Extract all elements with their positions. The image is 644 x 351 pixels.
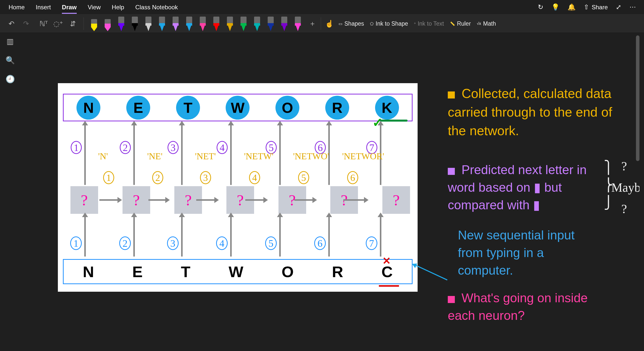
share-icon: ⇧	[584, 3, 589, 11]
output-letter: W	[226, 96, 250, 120]
search-icon[interactable]: 🔍	[6, 56, 15, 65]
scrollbar-thumb[interactable]	[636, 35, 639, 161]
output-letter: R	[325, 96, 349, 120]
pen-13[interactable]	[265, 16, 276, 31]
add-pen-button[interactable]: ＋	[306, 17, 319, 30]
note-yellow: Collected, calculated data carried throu…	[448, 84, 629, 140]
menu-home[interactable]: Home	[3, 1, 30, 13]
input-letter: E	[132, 263, 143, 281]
redo-button[interactable]: ↷	[20, 17, 32, 30]
pen-9[interactable]	[211, 16, 222, 31]
math-icon: √x	[477, 21, 481, 26]
input-letter: T	[181, 263, 190, 281]
menu-bar: Home Insert Draw View Help Class Noteboo…	[0, 0, 644, 14]
rnn-diagram: NETWORK ✓ ??????? NETWORC ✕ 1234567'N'1'…	[58, 83, 418, 292]
ink-to-text-label: Ink to Text	[418, 20, 444, 27]
notebooks-icon[interactable]: ▥	[7, 37, 14, 46]
note-pink: What's going on inside each neuron?	[448, 289, 589, 324]
math-button[interactable]: √x Math	[474, 17, 499, 30]
input-letter: R	[332, 263, 343, 281]
menu-view[interactable]: View	[82, 1, 106, 13]
pen-12[interactable]	[252, 16, 262, 31]
pen-15[interactable]	[293, 16, 303, 31]
pen-0[interactable]	[89, 16, 99, 31]
lasso-select-button[interactable]: ◌⁺	[52, 17, 64, 30]
text-mode-button[interactable]: ℕᵀ	[37, 17, 50, 30]
pen-7[interactable]	[184, 16, 194, 31]
shapes-icon: ▭	[339, 21, 342, 26]
note-purple: Predicted next letter in word based on ▮…	[448, 161, 596, 214]
note-maybe: Maybe?	[611, 179, 639, 196]
fullscreen-icon[interactable]: ⤢	[616, 3, 621, 11]
vertical-scrollbar[interactable]	[636, 35, 639, 287]
menu-draw[interactable]: Draw	[56, 1, 82, 13]
pen-6[interactable]	[170, 16, 181, 31]
output-letter: N	[76, 96, 100, 120]
pen-2[interactable]	[116, 16, 127, 31]
pen-14[interactable]	[279, 16, 290, 31]
lightbulb-icon[interactable]: 💡	[551, 3, 559, 11]
ink-to-shape-icon: ⬠	[370, 21, 374, 26]
math-label: Math	[483, 20, 496, 27]
hidden-cell: ?	[123, 186, 150, 214]
annotation-arrow	[413, 264, 448, 280]
recent-icon[interactable]: 🕘	[6, 75, 15, 83]
output-letter: O	[275, 96, 299, 120]
bullet-icon	[448, 296, 455, 303]
ruler-icon: 📏	[450, 21, 455, 26]
insert-space-button[interactable]: ⇵	[66, 17, 79, 30]
pen-8[interactable]	[197, 16, 208, 31]
output-letter: T	[176, 96, 200, 120]
pen-4[interactable]	[143, 16, 154, 31]
pen-10[interactable]	[225, 16, 235, 31]
bullet-icon	[448, 168, 455, 175]
note-q1: ?	[621, 157, 627, 175]
input-letter: N	[83, 263, 94, 281]
shapes-button[interactable]: ▭ Shapes	[336, 17, 367, 30]
note-q2: ?	[621, 200, 627, 218]
pen-11[interactable]	[238, 16, 249, 31]
ink-to-shape-label: Ink to Shape	[376, 20, 408, 27]
touch-draw-button[interactable]: ☝	[323, 17, 336, 30]
output-row: NETWORK	[63, 94, 413, 121]
pen-1[interactable]	[102, 16, 113, 31]
ruler-label: Ruler	[457, 20, 471, 27]
input-row: NETWORC	[63, 259, 413, 284]
sync-icon[interactable]: ↻	[538, 3, 543, 11]
undo-button[interactable]: ↶	[5, 17, 18, 30]
input-letter: O	[281, 263, 294, 281]
ink-to-shape-button[interactable]: ⬠ Ink to Shape	[367, 17, 411, 30]
share-button[interactable]: ⇧ Share	[584, 3, 608, 11]
draw-ribbon: ↶ ↷ ℕᵀ ◌⁺ ⇵ ＋ ☝ ▭ Shapes ⬠ Ink to Shape …	[0, 14, 644, 33]
left-nav-rail: ▥ 🔍 🕘	[0, 33, 20, 351]
menu-help[interactable]: Help	[106, 1, 130, 13]
hidden-cell: ?	[70, 186, 98, 214]
share-label: Share	[592, 4, 608, 11]
menu-class-notebook[interactable]: Class Notebook	[130, 1, 183, 13]
output-letter: E	[126, 96, 150, 120]
hidden-cell: ?	[382, 186, 410, 214]
ink-to-text-button: ᵃ Ink to Text	[411, 17, 447, 30]
page-canvas[interactable]: NETWORK ✓ ??????? NETWORC ✕ 1234567'N'1'…	[20, 33, 639, 351]
bell-icon[interactable]: 🔔	[568, 3, 576, 11]
shapes-label: Shapes	[344, 20, 364, 27]
pen-3[interactable]	[130, 16, 140, 31]
pen-5[interactable]	[157, 16, 167, 31]
bullet-icon	[448, 91, 455, 98]
more-icon[interactable]: ⋯	[629, 3, 636, 11]
note-blue: New sequential input from typing in a co…	[458, 226, 599, 279]
input-letter: W	[229, 263, 244, 281]
menu-insert[interactable]: Insert	[30, 1, 56, 13]
ink-to-text-icon: ᵃ	[414, 21, 416, 26]
ruler-button[interactable]: 📏 Ruler	[447, 17, 474, 30]
pen-gallery	[86, 15, 306, 33]
